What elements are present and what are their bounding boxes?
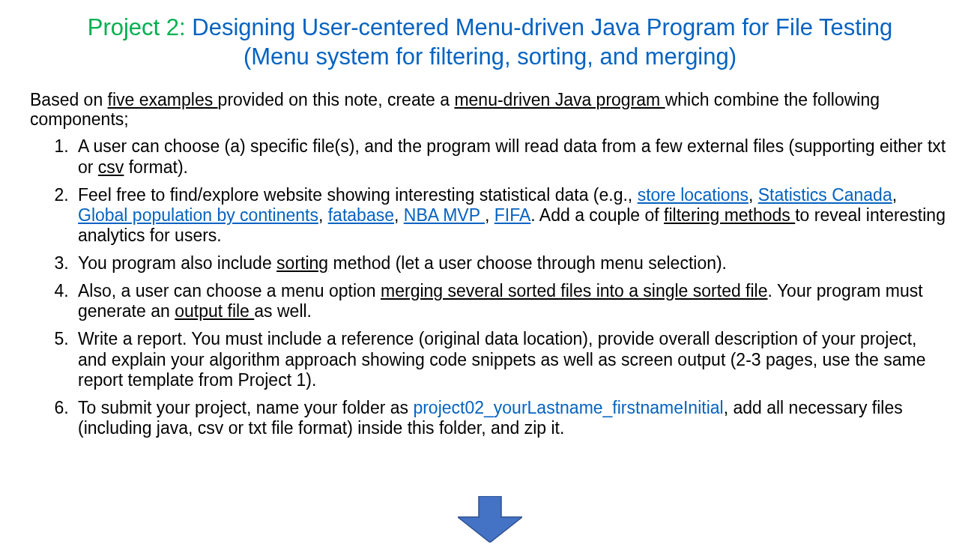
title-prefix: Project 2: bbox=[88, 14, 186, 40]
list-item-4: Also, a user can choose a menu option me… bbox=[73, 281, 950, 321]
requirements-list: A user can choose (a) specific file(s), … bbox=[30, 136, 950, 438]
link-fatabase[interactable]: fatabase bbox=[328, 205, 394, 225]
intro-underline-2: menu-driven Java program bbox=[454, 90, 665, 109]
link-nba-mvp[interactable]: NBA MVP bbox=[404, 205, 485, 225]
list-item-2: Feel free to find/explore website showin… bbox=[73, 185, 950, 246]
item2-comma-1: , bbox=[748, 185, 758, 205]
list-item-1: A user can choose (a) specific file(s), … bbox=[73, 136, 950, 177]
item2-comma-2: , bbox=[892, 185, 897, 205]
item2-comma-5: , bbox=[485, 205, 494, 225]
item4-text-1: Also, a user can choose a menu option bbox=[78, 281, 381, 300]
item3-underline-1: sorting bbox=[276, 253, 328, 273]
item6-text-1: To submit your project, name your folder… bbox=[78, 398, 413, 417]
item1-text-2: format). bbox=[124, 157, 188, 177]
arrow-container bbox=[0, 496, 980, 543]
item2-text-1: Feel free to find/explore website showin… bbox=[78, 185, 638, 205]
item1-underline-1: csv bbox=[98, 157, 124, 177]
item2-comma-4: , bbox=[394, 205, 404, 225]
link-global-population[interactable]: Global population by continents bbox=[78, 205, 318, 225]
list-item-6: To submit your project, name your folder… bbox=[73, 398, 950, 438]
link-statistics-canada[interactable]: Statistics Canada bbox=[758, 185, 892, 205]
item2-comma-3: , bbox=[318, 205, 328, 225]
slide-title: Project 2: Designing User-centered Menu-… bbox=[30, 13, 950, 72]
intro-paragraph: Based on five examples provided on this … bbox=[30, 90, 950, 130]
item1-text-1: A user can choose (a) specific file(s), … bbox=[78, 136, 946, 176]
intro-underline-1: five examples bbox=[108, 90, 218, 109]
list-item-3: You program also include sorting method … bbox=[73, 253, 950, 274]
item5-text-1: Write a report. You must include a refer… bbox=[78, 329, 926, 389]
item4-underline-2: output file bbox=[175, 301, 254, 321]
item2-underline-1: filtering methods bbox=[664, 205, 795, 225]
svg-marker-0 bbox=[458, 496, 522, 543]
link-store-locations[interactable]: store locations bbox=[638, 185, 748, 205]
item3-text-2: method (let a user choose through menu s… bbox=[328, 253, 727, 273]
down-arrow-icon bbox=[458, 496, 522, 543]
item4-underline-1: merging several sorted files into a sing… bbox=[381, 281, 767, 300]
intro-text-1: Based on bbox=[30, 90, 108, 109]
link-fifa[interactable]: FIFA bbox=[494, 205, 531, 225]
list-item-5: Write a report. You must include a refer… bbox=[73, 329, 950, 390]
intro-text-2: provided on this note, create a bbox=[218, 90, 455, 109]
item4-text-3: as well. bbox=[254, 301, 312, 321]
item2-text-2: . Add a couple of bbox=[530, 205, 664, 225]
slide-container: Project 2: Designing User-centered Menu-… bbox=[0, 0, 980, 547]
folder-name: project02_yourLastname_firstnameInitial bbox=[413, 398, 723, 417]
item3-text-1: You program also include bbox=[78, 253, 276, 273]
title-subtitle: (Menu system for filtering, sorting, and… bbox=[244, 43, 736, 70]
title-main: Designing User-centered Menu-driven Java… bbox=[186, 14, 893, 40]
